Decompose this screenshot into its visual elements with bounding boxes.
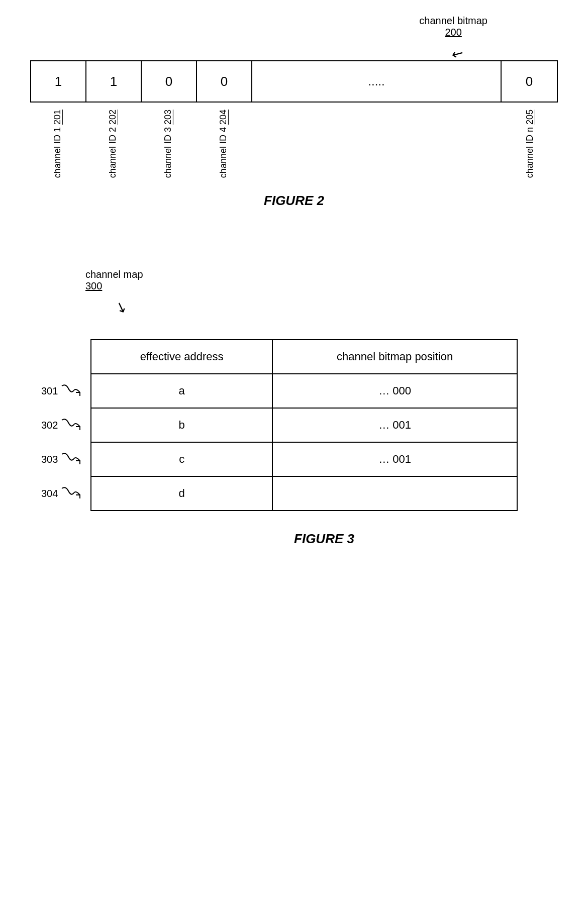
- row-301-id: 301: [41, 385, 58, 397]
- squiggle-302-icon: [61, 418, 81, 433]
- row-303-pos: … 001: [272, 442, 517, 476]
- row-301-addr: a: [179, 384, 185, 397]
- row-302-addr: b: [179, 419, 185, 431]
- bitmap-cell-dots: .....: [252, 61, 502, 102]
- bitmap-cell-last: 0: [502, 61, 557, 102]
- row-303-addr: c: [179, 453, 184, 465]
- channel-label-2: channel ID 2 202: [85, 106, 141, 178]
- channel-label-1: channel ID 1 201: [30, 106, 85, 178]
- channel-bitmap-number: 200: [445, 27, 461, 38]
- squiggle-301-icon: [61, 383, 81, 398]
- row-302-addr-cell: 302 b: [91, 408, 272, 442]
- squiggle-303-icon: [61, 452, 81, 467]
- row-304-pos: [272, 476, 517, 511]
- table-row: 302 b … 001: [91, 408, 517, 442]
- figure2-caption: FIGURE 2: [30, 193, 558, 209]
- arrow-300-icon: ↘: [113, 297, 130, 317]
- table-row: 301 a … 000: [91, 374, 517, 408]
- channel-label-dots-space: [251, 106, 503, 178]
- bitmap-table: 1 1 0 0 ..... 0 channel ID 1 201 channel…: [30, 60, 558, 178]
- row-301-label: 301: [41, 383, 81, 398]
- channel-map-label: channel map 300: [85, 269, 143, 292]
- row-303-label: 303: [41, 452, 81, 467]
- row-304-addr-cell: 304 d: [91, 476, 272, 511]
- row-302-label: 302: [41, 418, 81, 433]
- channel-map-text: channel map: [85, 269, 143, 280]
- row-301-pos: … 000: [272, 374, 517, 408]
- row-301-addr-cell: 301 a: [91, 374, 272, 408]
- channel-label-n: channel ID n 205: [503, 106, 558, 178]
- row-304-id: 304: [41, 488, 58, 499]
- table-row: 304 d: [91, 476, 517, 511]
- channel-map-number: 300: [85, 280, 102, 291]
- channel-map-table: effective address channel bitmap positio…: [90, 339, 518, 511]
- bitmap-row: 1 1 0 0 ..... 0: [30, 60, 558, 103]
- channel-label-3: channel ID 3 203: [141, 106, 196, 178]
- figure2-section: channel bitmap 200 ↙ 1 1 0 0 ..... 0 cha…: [0, 0, 588, 239]
- bitmap-cell-3: 0: [142, 61, 197, 102]
- squiggle-304-icon: [61, 486, 81, 501]
- table-row: 303 c … 001: [91, 442, 517, 476]
- row-303-addr-cell: 303 c: [91, 442, 272, 476]
- col-header-effective-address: effective address: [91, 340, 272, 374]
- channel-map-header-row: effective address channel bitmap positio…: [91, 340, 517, 374]
- bitmap-cell-2: 1: [86, 61, 142, 102]
- row-304-addr: d: [179, 487, 185, 499]
- bitmap-labels-row: channel ID 1 201 channel ID 2 202 channe…: [30, 106, 558, 178]
- row-302-pos: … 001: [272, 408, 517, 442]
- row-302-id: 302: [41, 420, 58, 431]
- row-304-label: 304: [41, 486, 81, 501]
- channel-label-4: channel ID 4 204: [196, 106, 251, 178]
- bitmap-cell-1: 1: [31, 61, 86, 102]
- channel-bitmap-label: channel bitmap 200: [419, 15, 487, 38]
- figure3-section: channel map 300 ↘ effective address chan…: [0, 239, 588, 577]
- figure3-caption: FIGURE 3: [90, 531, 558, 547]
- row-303-id: 303: [41, 454, 58, 465]
- col-header-bitmap-position: channel bitmap position: [272, 340, 517, 374]
- channel-bitmap-text: channel bitmap: [419, 15, 487, 26]
- bitmap-cell-4: 0: [197, 61, 252, 102]
